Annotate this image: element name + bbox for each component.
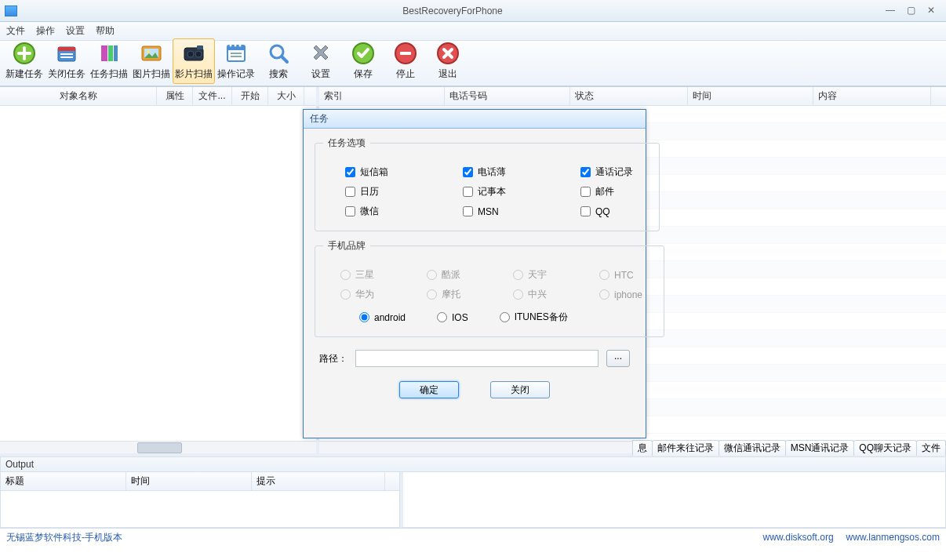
toolbar-label: 搜索 [269,68,288,79]
settings-icon [308,41,333,66]
svg-rect-25 [400,52,411,55]
brand-中兴: 中兴 [513,288,569,301]
svg-point-20 [235,45,237,47]
menu-help[interactable]: 帮助 [96,24,115,38]
option-日历[interactable]: 日历 [345,185,416,198]
brand-华为: 华为 [340,288,397,301]
tab-item[interactable]: 息 [632,440,653,456]
option-记事本[interactable]: 记事本 [463,185,533,198]
right-col-header[interactable]: 索引 [319,87,445,105]
toolbar-label: 停止 [396,68,415,79]
svg-point-19 [230,45,232,47]
option-通话记录[interactable]: 通话记录 [580,165,651,179]
scan-icon [96,41,122,66]
tab-item[interactable]: QQ聊天记录 [853,440,917,456]
close-task-icon [54,41,79,66]
checkbox-icon[interactable] [580,187,591,197]
platform-IOS[interactable]: IOS [437,311,468,324]
tab-item[interactable]: 文件 [916,440,946,456]
minimize-button[interactable]: — [880,5,901,17]
tab-item[interactable]: 邮件来往记录 [652,440,719,456]
menu-operate[interactable]: 操作 [36,24,55,38]
radio-icon [513,289,523,300]
platform-ITUNES备份[interactable]: ITUNES备份 [500,311,568,324]
svg-rect-14 [197,45,203,49]
toolbar-settings-button[interactable]: 设置 [300,38,342,84]
radio-icon[interactable] [500,312,510,322]
output-col-header[interactable]: 提示 [252,472,385,490]
left-col-header[interactable]: 开始 [232,87,268,105]
radio-icon [599,289,609,300]
checkbox-icon[interactable] [580,167,591,177]
footer-left-link[interactable]: 无锡蓝梦软件科技-手机版本 [6,531,122,544]
left-scrollbar[interactable] [0,441,316,453]
radio-icon[interactable] [359,312,369,322]
toolbar-label: 新建任务 [5,68,43,79]
toolbar-new-button[interactable]: 新建任务 [3,38,45,84]
option-邮件[interactable]: 邮件 [580,185,651,198]
checkbox-icon[interactable] [345,187,355,197]
platform-android[interactable]: android [359,311,406,324]
toolbar-close-task-button[interactable]: 关闭任务 [45,38,88,84]
tab-item[interactable]: MSN通讯记录 [785,440,855,456]
close-button[interactable]: ✕ [921,5,941,17]
path-input[interactable] [355,350,599,367]
option-短信箱[interactable]: 短信箱 [345,165,416,179]
toolbar-label: 操作记录 [217,68,255,79]
brand-HTC: HTC [599,268,656,282]
checkbox-icon[interactable] [463,167,473,177]
right-col-header[interactable]: 电话号码 [445,87,570,105]
title-bar: BestRecoveryForPhone — ▢ ✕ [0,0,946,22]
svg-rect-7 [114,45,118,61]
right-col-header[interactable]: 时间 [688,87,813,105]
toolbar-log-button[interactable]: 操作记录 [215,38,257,84]
browse-button[interactable]: ... [606,350,630,367]
option-MSN[interactable]: MSN [463,205,533,218]
output-col-header[interactable]: 标题 [1,472,126,490]
brand-摩托: 摩托 [427,288,483,301]
checkbox-icon[interactable] [345,167,355,177]
right-header: 索引电话号码状态时间内容 [319,87,946,106]
footer-link-2[interactable]: www.lanmengsos.com [846,532,940,543]
task-dialog: 任务 任务选项 短信箱电话薄通话记录日历记事本邮件微信MSNQQ 手机品牌 三星… [303,109,646,438]
right-col-header[interactable]: 状态 [570,87,688,105]
output-col-header[interactable]: 时间 [126,472,252,490]
toolbar-scan-button[interactable]: 任务扫描 [88,38,130,84]
brand-三星: 三星 [340,268,397,282]
toolbar-search-button[interactable]: 搜索 [257,38,300,84]
toolbar-label: 图片扫描 [133,68,170,79]
left-col-header[interactable]: 对象名称 [0,87,157,105]
toolbar-video-button[interactable]: 影片扫描 [173,38,215,84]
option-电话薄[interactable]: 电话薄 [463,165,533,179]
left-body [0,106,316,441]
tab-item[interactable]: 微信通讯记录 [719,440,786,456]
left-col-header[interactable]: 文件... [193,87,232,105]
right-col-header[interactable]: 内容 [813,87,931,105]
option-QQ[interactable]: QQ [580,205,651,218]
left-col-header[interactable]: 大小 [268,87,304,105]
toolbar-save-button[interactable]: 保存 [342,38,384,84]
radio-icon[interactable] [437,312,447,322]
footer-link-1[interactable]: www.disksoft.org [763,532,834,543]
menu-file[interactable]: 文件 [6,24,25,38]
checkbox-icon[interactable] [463,206,473,216]
search-icon [266,41,291,66]
left-col-header[interactable]: 属性 [157,87,193,105]
toolbar-stop-button[interactable]: 停止 [384,38,427,84]
svg-point-10 [147,50,150,53]
menu-settings[interactable]: 设置 [66,24,85,38]
option-微信[interactable]: 微信 [345,205,416,218]
radio-icon [599,270,609,280]
checkbox-icon[interactable] [345,206,355,216]
tab-strip: 息邮件来往记录微信通讯记录MSN通讯记录QQ聊天记录文件 [633,440,946,456]
svg-rect-18 [231,56,242,57]
brand-酷派: 酷派 [427,268,483,282]
toolbar-image-button[interactable]: 图片扫描 [130,38,173,84]
ok-button[interactable]: 确定 [399,381,459,398]
checkbox-icon[interactable] [580,206,591,216]
checkbox-icon[interactable] [463,187,473,197]
cancel-button[interactable]: 关闭 [490,381,550,398]
task-options-legend: 任务选项 [323,136,370,150]
toolbar-exit-button[interactable]: 退出 [427,38,469,84]
maximize-button[interactable]: ▢ [901,5,921,17]
